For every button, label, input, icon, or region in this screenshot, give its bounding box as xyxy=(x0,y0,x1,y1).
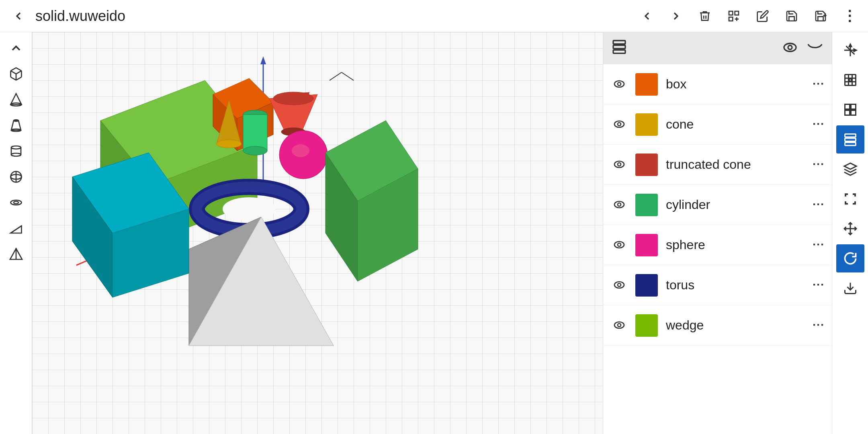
svg-marker-21 xyxy=(260,56,266,64)
header-left: solid.wuweido xyxy=(8,6,637,27)
svg-point-59 xyxy=(614,81,624,87)
svg-point-9 xyxy=(11,146,21,149)
3d-axis-button[interactable] xyxy=(836,36,864,64)
layer-eye-truncated-cone[interactable] xyxy=(611,158,627,172)
svg-point-37 xyxy=(273,92,313,105)
layer-item-torus: torus ⋮ xyxy=(603,265,832,305)
layer-name-box: box xyxy=(666,77,804,92)
nav-forward-button[interactable] xyxy=(665,6,686,27)
svg-point-70 xyxy=(618,283,621,287)
layer-eye-cone[interactable] xyxy=(611,118,627,131)
layer-name-wedge: wedge xyxy=(666,318,804,333)
svg-point-61 xyxy=(614,121,624,127)
layer-eye-box[interactable] xyxy=(611,78,627,91)
scene-svg xyxy=(32,32,603,434)
cone-tool[interactable] xyxy=(4,88,28,112)
layers-header xyxy=(603,32,832,64)
layer-color-box xyxy=(635,73,658,96)
wedge-tool[interactable] xyxy=(4,216,28,240)
layer-item-sphere: sphere ⋮ xyxy=(603,225,832,265)
svg-rect-90 xyxy=(845,143,856,146)
svg-point-40 xyxy=(292,144,309,157)
collapse-tool[interactable] xyxy=(4,36,28,60)
svg-point-34 xyxy=(243,146,267,155)
sphere-tool[interactable] xyxy=(4,165,28,189)
svg-point-43 xyxy=(223,198,275,220)
move-button[interactable] xyxy=(836,215,864,243)
svg-marker-77 xyxy=(854,49,856,51)
svg-rect-53 xyxy=(613,41,625,44)
edit-button[interactable] xyxy=(752,6,773,27)
add-to-group-button[interactable] xyxy=(723,6,744,27)
stack-button[interactable] xyxy=(836,155,864,183)
pyramid-tool[interactable] xyxy=(4,242,28,266)
layer-color-wedge xyxy=(635,314,658,337)
layer-color-sphere xyxy=(635,234,658,256)
header-right: ⋮ xyxy=(839,6,860,27)
layers-header-actions xyxy=(782,41,824,56)
layer-color-cone xyxy=(635,113,658,136)
layer-item-truncated-cone: truncated cone ⋮ xyxy=(603,145,832,185)
svg-rect-2 xyxy=(729,17,733,20)
layer-more-truncated-cone[interactable]: ⋮ xyxy=(812,159,824,171)
svg-rect-55 xyxy=(613,50,625,53)
svg-point-60 xyxy=(618,82,621,86)
show-all-button[interactable] xyxy=(782,41,798,56)
main-content: box ⋮ cone ⋮ truncated cone xyxy=(0,32,868,434)
save-plus-button[interactable] xyxy=(810,6,831,27)
svg-point-69 xyxy=(614,282,624,288)
header: solid.wuweido xyxy=(0,0,868,32)
svg-rect-33 xyxy=(243,115,267,151)
hide-all-button[interactable] xyxy=(806,41,824,56)
more-options-button[interactable]: ⋮ xyxy=(839,6,860,27)
layer-name-torus: torus xyxy=(666,278,804,293)
layer-item-box: box ⋮ xyxy=(603,64,832,104)
layer-eye-cylinder[interactable] xyxy=(611,198,627,212)
rotate-button[interactable] xyxy=(836,244,864,272)
layer-name-sphere: sphere xyxy=(666,237,804,252)
layer-more-torus[interactable]: ⋮ xyxy=(812,279,824,291)
layer-eye-torus[interactable] xyxy=(611,278,627,292)
layer-more-cylinder[interactable]: ⋮ xyxy=(812,199,824,211)
layer-more-wedge[interactable]: ⋮ xyxy=(812,319,824,332)
svg-point-10 xyxy=(11,153,21,156)
layer-item-wedge: wedge ⋮ xyxy=(603,305,832,346)
svg-point-65 xyxy=(614,201,624,208)
delete-button[interactable] xyxy=(694,6,715,27)
layer-more-sphere[interactable]: ⋮ xyxy=(812,239,824,251)
layer-color-truncated-cone xyxy=(635,154,658,176)
torus-tool[interactable] xyxy=(4,190,28,215)
layer-color-cylinder xyxy=(635,194,658,216)
svg-rect-1 xyxy=(735,11,739,15)
svg-rect-54 xyxy=(613,45,625,48)
layer-name-cylinder: cylinder xyxy=(666,197,804,212)
perspective-button[interactable] xyxy=(836,66,864,94)
left-toolbar xyxy=(0,32,32,434)
svg-point-62 xyxy=(618,123,621,126)
layer-more-box[interactable]: ⋮ xyxy=(812,78,824,90)
export-button[interactable] xyxy=(836,274,864,302)
nav-back-button[interactable] xyxy=(637,6,657,27)
layer-more-cone[interactable]: ⋮ xyxy=(812,119,824,131)
truncated-cone-tool[interactable] xyxy=(4,113,28,137)
cylinder-tool[interactable] xyxy=(4,139,28,163)
layer-name-cone: cone xyxy=(666,117,804,132)
box-tool[interactable] xyxy=(4,62,28,86)
svg-point-72 xyxy=(618,323,621,327)
layers-header-icon xyxy=(611,39,627,58)
viewport[interactable] xyxy=(32,32,603,434)
layer-eye-sphere[interactable] xyxy=(611,238,627,252)
svg-rect-85 xyxy=(851,104,856,109)
svg-rect-87 xyxy=(851,111,856,115)
frame-button[interactable] xyxy=(836,185,864,213)
layer-item-cylinder: cylinder ⋮ xyxy=(603,185,832,225)
svg-point-83 xyxy=(849,79,852,81)
svg-line-17 xyxy=(10,226,21,233)
layer-eye-wedge[interactable] xyxy=(611,319,627,332)
svg-point-31 xyxy=(217,140,242,148)
svg-marker-76 xyxy=(849,44,852,47)
layers-button[interactable] xyxy=(836,125,864,154)
save-button[interactable] xyxy=(781,6,802,27)
back-button[interactable] xyxy=(8,6,29,27)
grid-button[interactable] xyxy=(836,96,864,124)
